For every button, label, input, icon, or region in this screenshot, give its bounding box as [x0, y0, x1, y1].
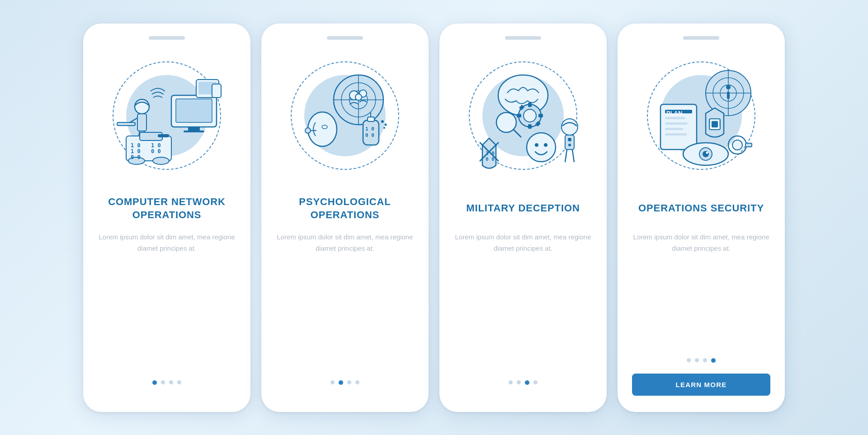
svg-rect-76: [665, 117, 685, 119]
svg-point-64: [568, 144, 571, 146]
dot-4: [355, 380, 359, 384]
svg-point-58: [527, 133, 556, 162]
card-title-psychological: PSYCHOLOGICAL OPERATIONS: [276, 194, 414, 223]
dot-1: [509, 380, 513, 384]
svg-point-60: [544, 143, 547, 147]
svg-rect-46: [528, 103, 532, 107]
dot-3: [169, 380, 173, 384]
dot-3: [525, 380, 529, 385]
illustration-operations-security: PLAN: [633, 48, 769, 183]
svg-point-63: [568, 138, 571, 141]
svg-text:0 0: 0 0: [365, 132, 374, 138]
svg-rect-6: [212, 84, 221, 98]
dots-computer-network: [152, 380, 181, 385]
card-description-operations-security: Lorem ipsum dolor sit dim amet, mea regi…: [632, 231, 770, 290]
svg-rect-49: [538, 114, 543, 117]
svg-rect-2: [188, 127, 200, 131]
illustration-psychological: 1 0 0 0: [277, 48, 413, 183]
svg-point-42: [383, 127, 385, 129]
card-military-deception: 1 0 0 0 MILITA: [439, 23, 607, 412]
svg-rect-79: [665, 133, 687, 136]
svg-rect-1: [176, 99, 212, 122]
dots-operations-security: [687, 358, 716, 363]
dot-4: [177, 380, 181, 384]
dot-3: [347, 380, 351, 384]
svg-text:0 0: 0 0: [131, 154, 141, 160]
card-description-computer-network: Lorem ipsum dolor sit dim amet, mea regi…: [98, 231, 236, 300]
svg-point-94: [732, 140, 742, 150]
svg-text:0 0: 0 0: [151, 148, 161, 154]
card-computer-network: 1 0 1 0 0 0 1 0 0 0 COMPUTER NETWORK OPE…: [83, 23, 250, 412]
dot-2: [695, 358, 699, 362]
dot-2: [517, 380, 521, 384]
svg-point-91: [703, 151, 709, 157]
learn-more-button[interactable]: LEARN MORE: [632, 374, 770, 396]
card-title-computer-network: COMPUTER NETWORK OPERATIONS: [98, 194, 236, 223]
svg-rect-12: [117, 122, 135, 126]
svg-text:1 0: 1 0: [131, 142, 141, 149]
svg-rect-82: [712, 121, 718, 127]
svg-rect-36: [368, 117, 374, 122]
svg-rect-22: [158, 134, 169, 137]
svg-line-53: [514, 130, 521, 137]
svg-line-65: [565, 150, 567, 162]
svg-line-66: [572, 150, 574, 162]
svg-rect-48: [517, 114, 521, 117]
svg-point-59: [535, 143, 538, 147]
svg-point-31: [308, 112, 337, 146]
svg-rect-77: [665, 122, 688, 125]
svg-rect-95: [745, 143, 752, 147]
card-title-military-deception: MILITARY DECEPTION: [466, 194, 580, 223]
svg-text:0 0: 0 0: [486, 156, 495, 162]
cards-container: 1 0 1 0 0 0 1 0 0 0 COMPUTER NETWORK OPE…: [65, 5, 803, 430]
svg-text:PLAN: PLAN: [666, 110, 682, 117]
card-description-psychological: Lorem ipsum dolor sit dim amet, mea regi…: [276, 231, 414, 300]
dot-3: [703, 358, 707, 362]
svg-text:1 0: 1 0: [151, 142, 161, 149]
svg-rect-62: [565, 135, 574, 150]
svg-point-92: [706, 151, 708, 154]
illustration-military-deception: 1 0 0 0: [455, 48, 591, 183]
svg-rect-8: [137, 114, 146, 131]
dot-2: [161, 380, 165, 384]
dot-2: [339, 380, 343, 385]
dot-1: [152, 380, 157, 385]
dots-psychological: [330, 380, 359, 385]
svg-rect-47: [528, 124, 532, 129]
svg-point-72: [726, 85, 731, 89]
svg-point-61: [561, 119, 578, 135]
card-operations-security: PLAN: [618, 23, 785, 412]
dot-1: [330, 380, 335, 384]
svg-point-45: [524, 109, 536, 122]
illustration-computer-network: 1 0 1 0 0 0 1 0 0 0: [99, 48, 235, 183]
dot-4: [711, 358, 716, 363]
card-psychological: 1 0 0 0 PSYCHOLOGICAL OPERATIONS Lorem i…: [261, 23, 429, 412]
svg-point-30: [355, 94, 362, 100]
card-title-operations-security: OPERATIONS SECURITY: [638, 194, 764, 223]
dot-1: [687, 358, 691, 362]
dots-military-deception: [509, 380, 538, 385]
card-description-military-deception: Lorem ipsum dolor sit dim amet, mea regi…: [454, 231, 592, 300]
svg-point-15: [153, 157, 169, 164]
svg-text:1 0: 1 0: [365, 126, 374, 132]
svg-point-32: [305, 128, 311, 133]
svg-rect-3: [184, 131, 204, 132]
svg-rect-78: [665, 128, 683, 130]
svg-text:1 0: 1 0: [131, 148, 141, 154]
svg-point-41: [385, 123, 387, 126]
svg-point-40: [381, 120, 384, 123]
svg-rect-73: [727, 92, 730, 99]
dot-4: [533, 380, 538, 384]
